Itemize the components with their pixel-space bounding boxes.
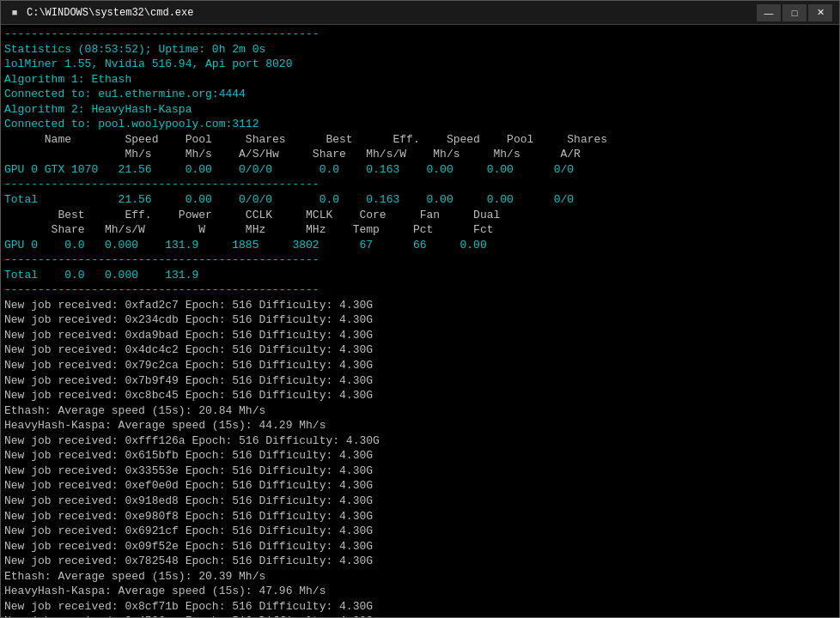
terminal-line: ----------------------------------------…	[4, 177, 836, 192]
terminal-line: Best Eff. Power CCLK MCLK Core Fan Dual	[4, 208, 836, 223]
window-icon: ■	[8, 6, 21, 20]
terminal-line: lolMiner 1.55, Nvidia 516.94, Api port 8…	[4, 57, 836, 72]
terminal-line: Algorithm 1: Ethash	[4, 72, 836, 88]
maximize-button[interactable]: □	[782, 4, 807, 21]
terminal-line: ----------------------------------------…	[4, 27, 836, 42]
terminal-line: Total 21.56 0.00 0/0/0 0.0 0.163 0.00 0.…	[4, 192, 836, 208]
terminal-line: HeavyHash-Kaspa: Average speed (15s): 44…	[4, 418, 836, 433]
terminal-line: New job received: 0xc8bc45 Epoch: 516 Di…	[4, 388, 836, 403]
terminal-line: New job received: 0x33553e Epoch: 516 Di…	[4, 464, 836, 479]
terminal-line: Ethash: Average speed (15s): 20.84 Mh/s	[4, 403, 836, 419]
terminal-line: Total 0.0 0.000 131.9	[4, 268, 836, 283]
terminal-line: New job received: 0x234cdb Epoch: 516 Di…	[4, 312, 836, 328]
terminal-line: New job received: 0x79c2ca Epoch: 516 Di…	[4, 358, 836, 373]
terminal-line: New job received: 0x4dc4c2 Epoch: 516 Di…	[4, 342, 836, 358]
terminal-line: ----------------------------------------…	[4, 282, 836, 298]
terminal-line: Name Speed Pool Shares Best Eff. Speed P…	[4, 132, 836, 148]
terminal-line: New job received: 0x918ed8 Epoch: 516 Di…	[4, 494, 836, 509]
terminal-line: Statistics (08:53:52); Uptime: 0h 2m 0s	[4, 42, 836, 58]
terminal-line: HeavyHash-Kaspa: Average speed (15s): 47…	[4, 584, 836, 599]
terminal-line: New job received: 0xef0e0d Epoch: 516 Di…	[4, 478, 836, 494]
terminal-line: ----------------------------------------…	[4, 252, 836, 268]
terminal-line: Connected to: pool.woolypooly.com:3112	[4, 117, 836, 132]
terminal-line: New job received: 0xda9bad Epoch: 516 Di…	[4, 328, 836, 343]
terminal-line: New job received: 0xe980f8 Epoch: 516 Di…	[4, 509, 836, 524]
terminal-line: New job received: 0x09f52e Epoch: 516 Di…	[4, 539, 836, 554]
terminal-line: New job received: 0x7b9f49 Epoch: 516 Di…	[4, 373, 836, 389]
terminal-line: Algorithm 2: HeavyHash-Kaspa	[4, 102, 836, 118]
terminal-line: Mh/s Mh/s A/S/Hw Share Mh/s/W Mh/s Mh/s …	[4, 147, 836, 162]
terminal-line: New job received: 0x6921cf Epoch: 516 Di…	[4, 524, 836, 539]
window-title: C:\WINDOWS\system32\cmd.exe	[27, 7, 757, 19]
terminal-line: GPU 0 GTX 1070 21.56 0.00 0/0/0 0.0 0.16…	[4, 162, 836, 178]
minimize-button[interactable]: —	[757, 4, 781, 21]
close-button[interactable]: ✕	[808, 4, 832, 21]
terminal-line: Share Mh/s/W W MHz MHz Temp Pct Fct	[4, 222, 836, 238]
terminal-line: New job received: 0x615bfb Epoch: 516 Di…	[4, 448, 836, 464]
terminal-line: Connected to: eu1.ethermine.org:4444	[4, 87, 836, 102]
terminal-line: New job received: 0xfad2c7 Epoch: 516 Di…	[4, 298, 836, 313]
terminal-line: New job received: 0xfff126a Epoch: 516 D…	[4, 433, 836, 449]
terminal-line: New job received: 0x782548 Epoch: 516 Di…	[4, 554, 836, 569]
window: ■ C:\WINDOWS\system32\cmd.exe — □ ✕ ----…	[0, 0, 840, 618]
terminal-line: Ethash: Average speed (15s): 20.39 Mh/s	[4, 569, 836, 585]
terminal-line: New job received: 0x4586ea Epoch: 516 Di…	[4, 614, 836, 617]
terminal-line: GPU 0 0.0 0.000 131.9 1885 3802 67 66 0.…	[4, 238, 836, 253]
terminal-output: ----------------------------------------…	[1, 25, 839, 617]
terminal-line: New job received: 0x8cf71b Epoch: 516 Di…	[4, 599, 836, 615]
title-bar-controls: — □ ✕	[757, 4, 832, 21]
title-bar: ■ C:\WINDOWS\system32\cmd.exe — □ ✕	[1, 1, 839, 25]
